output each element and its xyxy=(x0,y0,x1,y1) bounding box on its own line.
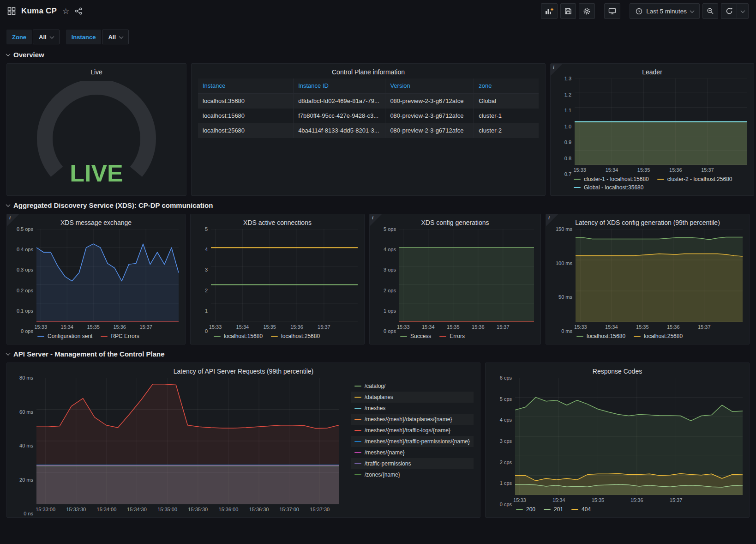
x-tick: 15:33 xyxy=(397,324,410,330)
x-tick: 15:37 xyxy=(139,324,152,330)
table-row: localhost:15680f7b80ff4-95cc-427e-9428-c… xyxy=(198,109,539,123)
legend-item[interactable]: 200 xyxy=(516,506,535,513)
panel-title[interactable]: XDS active connections xyxy=(197,217,358,229)
legend-swatch xyxy=(574,187,581,188)
y-tick: 0 ops xyxy=(21,328,33,334)
legend-swatch xyxy=(400,336,407,337)
info-icon[interactable]: i xyxy=(370,214,382,226)
info-icon[interactable]: i xyxy=(7,214,19,226)
plot-area[interactable] xyxy=(36,229,179,322)
x-tick: 15:34 xyxy=(605,324,618,330)
dashboard-settings-button[interactable] xyxy=(579,3,595,19)
legend-item[interactable]: cluster-2 - localhost:25680 xyxy=(657,176,732,182)
x-tick: 15:34 xyxy=(236,324,249,330)
time-range-picker[interactable]: Last 5 minutes xyxy=(630,3,700,19)
y-tick: 0.3 ops xyxy=(17,267,33,272)
panel-api-latency: Latency of API Server Requests (99th per… xyxy=(6,363,480,518)
legend-item[interactable]: RPC Errors xyxy=(101,333,139,339)
legend-item[interactable]: Configuration sent xyxy=(37,333,92,339)
refresh-button[interactable] xyxy=(721,3,737,19)
legend-swatch xyxy=(354,452,361,453)
x-tick: 15:36 xyxy=(113,324,126,330)
column-header[interactable]: Version xyxy=(385,79,474,93)
panel-title[interactable]: XDS message exchange xyxy=(13,217,179,229)
section-overview[interactable]: Overview xyxy=(6,51,750,59)
panel-title[interactable]: Latency of API Server Requests (99th per… xyxy=(13,366,474,378)
zone-variable-select[interactable]: All xyxy=(33,30,60,44)
y-axis: 0 ns20 ms40 ms60 ms80 ms xyxy=(13,378,36,514)
api-latency-chart: 0 ns20 ms40 ms60 ms80 ms 15:33:0015:33:3… xyxy=(13,378,339,514)
section-xds-label: Aggregated Discovery Service (XDS): CP-D… xyxy=(13,201,213,209)
column-header[interactable]: Instance ID xyxy=(294,79,385,93)
x-tick: 15:37:30 xyxy=(310,507,330,512)
legend-item[interactable]: /dataplanes xyxy=(351,392,474,403)
panel-title[interactable]: Live xyxy=(13,66,180,79)
x-tick: 15:37 xyxy=(497,324,510,330)
star-icon[interactable]: ☆ xyxy=(62,6,69,16)
legend-item[interactable]: localhost:25680 xyxy=(634,333,683,339)
legend-item[interactable]: Errors xyxy=(439,333,465,339)
panel-title[interactable]: Latency of XDS config generation (99th p… xyxy=(552,217,743,229)
legend-item[interactable]: cluster-1 - localhost:15680 xyxy=(574,176,649,182)
legend-item[interactable]: 201 xyxy=(544,506,563,513)
refresh-interval-dropdown[interactable] xyxy=(737,3,749,19)
legend-item[interactable]: /meshes xyxy=(351,403,474,414)
panel-title[interactable]: Control Plane information xyxy=(198,66,539,79)
dashboard-grid-icon[interactable] xyxy=(7,7,16,15)
y-tick: 4 xyxy=(205,247,208,252)
dashboard-title[interactable]: Kuma CP xyxy=(21,6,57,16)
y-tick: 0.7 xyxy=(564,171,571,177)
y-tick: 6 cps xyxy=(500,375,512,381)
legend-item[interactable]: localhost:25680 xyxy=(271,333,320,339)
instance-variable-value: All xyxy=(108,34,116,41)
plot-area[interactable] xyxy=(576,229,743,322)
section-xds[interactable]: Aggregated Discovery Service (XDS): CP-D… xyxy=(6,201,750,209)
legend-item[interactable]: /meshes/{name} xyxy=(351,447,474,458)
info-icon[interactable]: i xyxy=(551,64,563,76)
legend-item[interactable]: 404 xyxy=(571,506,591,513)
section-api-server[interactable]: API Server - Management of the Control P… xyxy=(6,350,750,358)
plot-area[interactable] xyxy=(36,378,339,504)
legend-label: Errors xyxy=(450,333,465,339)
y-tick: 100 ms xyxy=(556,260,572,266)
panel-title[interactable]: XDS config generations xyxy=(376,217,534,229)
zone-variable: Zone All xyxy=(6,30,60,44)
plot-area[interactable] xyxy=(399,229,534,322)
legend-item[interactable]: /meshes/{mesh}/traffic-permissions/{name… xyxy=(351,436,474,447)
legend-item[interactable]: localhost:15680 xyxy=(576,333,625,339)
legend-item[interactable]: /meshes/{mesh}/dataplanes/{name} xyxy=(351,414,474,425)
y-tick: 50 ms xyxy=(558,294,572,300)
zoom-out-button[interactable] xyxy=(702,3,718,19)
legend-item[interactable]: /meshes/{mesh}/traffic-logs/{name} xyxy=(351,425,474,436)
legend-item[interactable]: Global - localhost:35680 xyxy=(574,184,643,191)
plot-area[interactable] xyxy=(211,229,358,322)
x-axis: 15:3315:3415:3515:3615:37 xyxy=(575,165,747,174)
cycle-view-button[interactable] xyxy=(604,3,620,19)
info-icon[interactable]: i xyxy=(546,214,558,226)
legend-label: Configuration sent xyxy=(48,333,92,339)
plot-area[interactable] xyxy=(515,378,743,495)
x-axis: 15:3315:3415:3515:3615:37 xyxy=(515,495,743,504)
column-header[interactable]: zone xyxy=(474,79,539,93)
legend-item[interactable]: /zones/{name} xyxy=(351,469,474,480)
instance-variable-select[interactable]: All xyxy=(102,30,129,44)
legend-swatch xyxy=(439,336,446,337)
legend-swatch xyxy=(214,336,221,337)
column-header[interactable]: Instance xyxy=(198,79,294,93)
panel-title[interactable]: Leader xyxy=(557,66,747,79)
legend-item[interactable]: localhost:15680 xyxy=(214,333,263,339)
y-axis: 0.70.80.91.01.11.21.3 xyxy=(557,79,575,174)
panel-title[interactable]: Response Codes xyxy=(492,366,743,378)
share-icon[interactable] xyxy=(75,7,83,15)
save-dashboard-button[interactable] xyxy=(560,3,576,19)
legend-item[interactable]: /traffic-permissions xyxy=(351,458,474,469)
x-tick: 15:33 xyxy=(209,324,222,330)
legend-item[interactable]: /catalog/ xyxy=(351,381,474,392)
time-range-label: Last 5 minutes xyxy=(646,8,687,15)
x-tick: 15:37 xyxy=(698,324,711,330)
add-panel-button[interactable] xyxy=(541,3,558,19)
legend-item[interactable]: Success xyxy=(400,333,431,339)
plot-area[interactable] xyxy=(575,79,747,165)
chevron-down-icon xyxy=(690,8,695,13)
legend-label: /meshes/{name} xyxy=(365,449,405,456)
